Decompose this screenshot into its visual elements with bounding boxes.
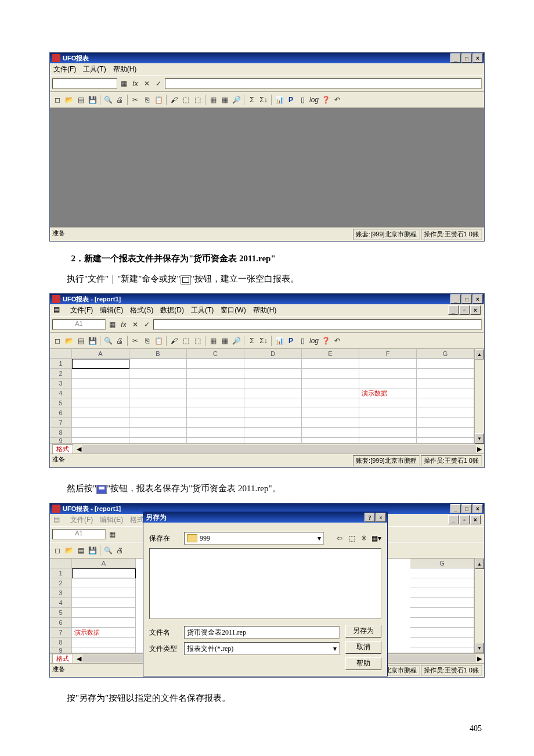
doc-icon[interactable]: ▤ xyxy=(75,95,86,105)
cell[interactable] xyxy=(302,438,359,444)
cell[interactable] xyxy=(129,359,187,369)
scrollbar-v[interactable]: ▲ ▼ xyxy=(474,349,484,444)
page-icon[interactable]: ▯ xyxy=(297,336,308,346)
col-header[interactable]: D xyxy=(244,349,302,359)
cell[interactable] xyxy=(72,588,136,598)
name-box[interactable]: A1 xyxy=(52,529,106,539)
paste-icon[interactable]: 📋 xyxy=(153,95,164,105)
minimize-button[interactable]: _ xyxy=(450,53,461,63)
row-header[interactable]: 9 xyxy=(50,647,72,653)
save-in-field[interactable]: 999 ▾ xyxy=(184,532,324,545)
cell[interactable] xyxy=(129,379,187,388)
cell[interactable] xyxy=(359,398,417,408)
chevron-down-icon[interactable]: ▾ xyxy=(333,645,337,653)
cell[interactable] xyxy=(359,359,417,369)
help-icon[interactable]: ❓ xyxy=(320,336,331,346)
menu-file[interactable]: 文件(F) xyxy=(53,64,76,74)
cell[interactable] xyxy=(187,379,244,388)
row-header[interactable]: 7 xyxy=(50,628,72,638)
cut-icon[interactable]: ✂ xyxy=(130,95,140,105)
cell[interactable] xyxy=(410,647,474,653)
row-header[interactable]: 5 xyxy=(50,608,72,618)
print-icon[interactable]: 🖨 xyxy=(114,545,125,556)
log-icon[interactable]: log xyxy=(309,336,319,346)
save-icon[interactable]: 💾 xyxy=(87,95,98,105)
menu-help[interactable]: 帮助(H) xyxy=(253,305,277,315)
mdi-minimize-button[interactable]: _ xyxy=(448,305,459,315)
file-list[interactable] xyxy=(149,548,381,619)
sum-icon[interactable]: Σ xyxy=(247,95,257,105)
corner-cell[interactable] xyxy=(50,559,72,568)
cell[interactable] xyxy=(244,428,302,438)
cut-icon[interactable]: ✂ xyxy=(130,336,140,346)
cell[interactable] xyxy=(129,408,187,418)
row-header[interactable]: 6 xyxy=(50,618,72,628)
grid2-icon[interactable]: ▦ xyxy=(219,336,230,346)
col-header[interactable]: G xyxy=(417,349,474,359)
save-icon[interactable]: 💾 xyxy=(87,545,98,556)
cell[interactable] xyxy=(72,638,136,647)
cell[interactable] xyxy=(244,438,302,444)
brush-icon[interactable]: 🖌 xyxy=(169,95,179,105)
col-header[interactable]: F xyxy=(359,349,417,359)
cell[interactable] xyxy=(302,369,359,379)
cell[interactable] xyxy=(72,428,129,438)
preview-icon[interactable]: 🔍 xyxy=(103,95,113,105)
sheet-tab-format[interactable]: 格式 xyxy=(52,444,73,453)
row-header[interactable]: 8 xyxy=(50,638,72,647)
minimize-button[interactable]: _ xyxy=(450,504,461,513)
row-header[interactable]: 3 xyxy=(50,379,72,388)
close-button[interactable]: × xyxy=(472,504,483,513)
cancel-icon[interactable]: ✕ xyxy=(130,319,140,330)
cell[interactable] xyxy=(359,379,417,388)
undo-icon[interactable]: ↶ xyxy=(332,95,342,105)
copy-icon[interactable]: ⎘ xyxy=(142,336,152,346)
cell[interactable] xyxy=(129,428,187,438)
cell[interactable] xyxy=(72,598,136,608)
cancel-icon[interactable]: ✕ xyxy=(142,78,152,89)
maximize-button[interactable]: □ xyxy=(461,53,472,63)
cell[interactable] xyxy=(187,418,244,428)
cell[interactable] xyxy=(417,388,474,398)
cell[interactable] xyxy=(129,438,187,444)
cell[interactable] xyxy=(244,379,302,388)
menu-file[interactable]: 文件(F) xyxy=(70,305,93,315)
page-icon[interactable]: ▯ xyxy=(297,95,308,105)
cell[interactable] xyxy=(72,388,129,398)
grid-icon[interactable]: ▦ xyxy=(208,336,218,346)
p-icon[interactable]: P xyxy=(286,95,296,105)
preview-icon[interactable]: 🔍 xyxy=(103,336,113,346)
col-header[interactable]: C xyxy=(187,349,244,359)
chart-icon[interactable]: 📊 xyxy=(274,336,284,346)
formula-input[interactable] xyxy=(165,78,482,89)
file-name-input[interactable]: 货币资金表2011.rep xyxy=(184,626,340,639)
p-icon[interactable]: P xyxy=(286,336,296,346)
col-header[interactable]: G xyxy=(410,559,474,568)
calc-icon[interactable]: ▦ xyxy=(107,529,117,539)
fx-icon[interactable]: fx xyxy=(118,319,129,330)
cell[interactable] xyxy=(187,438,244,444)
cell[interactable] xyxy=(129,398,187,408)
cell[interactable] xyxy=(417,379,474,388)
menu-tool[interactable]: 工具(T) xyxy=(191,305,214,315)
paste-icon[interactable]: 📋 xyxy=(153,336,164,346)
cell[interactable] xyxy=(410,638,474,647)
confirm-icon[interactable]: ✓ xyxy=(153,78,164,89)
cell[interactable] xyxy=(417,418,474,428)
col-header[interactable]: A xyxy=(72,559,136,568)
cell[interactable] xyxy=(72,618,136,628)
cell[interactable] xyxy=(72,379,129,388)
preview-icon[interactable]: 🔍 xyxy=(103,545,113,556)
cell[interactable] xyxy=(72,438,129,444)
new-folder-icon[interactable]: ✳ xyxy=(359,533,369,543)
col-icon[interactable]: ⬚ xyxy=(181,95,191,105)
grid2-icon[interactable]: ▦ xyxy=(219,95,230,105)
dialog-close-button[interactable]: × xyxy=(376,513,386,522)
save-as-button[interactable]: 另存为 xyxy=(345,625,381,638)
cell[interactable] xyxy=(187,428,244,438)
cell[interactable] xyxy=(410,618,474,628)
maximize-button[interactable]: □ xyxy=(461,504,472,513)
dialog-help-button[interactable]: 帮助 xyxy=(345,657,381,670)
maximize-button[interactable]: □ xyxy=(461,294,472,304)
cell[interactable] xyxy=(302,428,359,438)
